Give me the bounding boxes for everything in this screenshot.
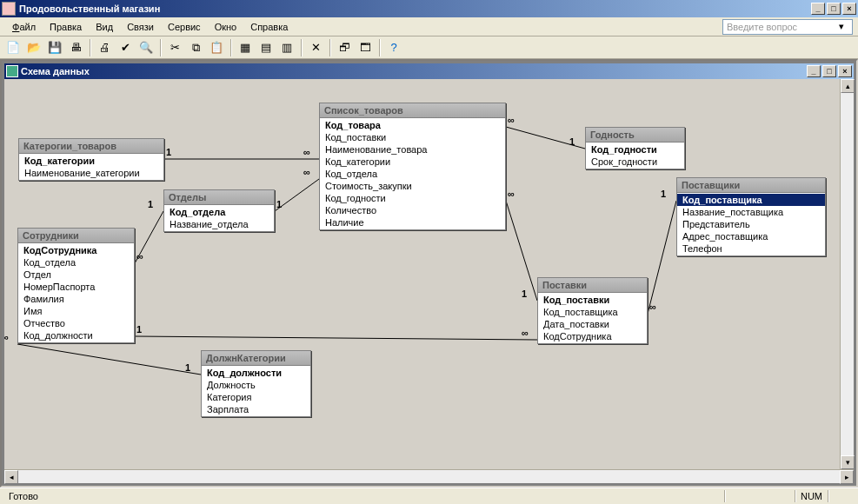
save-icon[interactable]: 💾: [45, 38, 64, 57]
scroll-up-button[interactable]: ▴: [841, 79, 855, 93]
table-categories[interactable]: Катерогии_товаровКод_категорииНаименован…: [18, 138, 164, 181]
vertical-scrollbar[interactable]: ▴ ▾: [840, 79, 854, 469]
field-Код_годности[interactable]: Код_годности: [586, 143, 684, 156]
search-icon[interactable]: 🔍: [136, 38, 156, 57]
field-Фамилия[interactable]: Фамилия: [18, 293, 134, 305]
table-supplies[interactable]: ПоставкиКод_поставкиКод_поставщикаДата_п…: [537, 277, 648, 344]
scroll-down-button[interactable]: ▾: [841, 455, 855, 469]
paste-icon[interactable]: 📋: [207, 38, 226, 57]
open-icon[interactable]: 📂: [24, 38, 43, 57]
table-header[interactable]: Поставщики: [677, 178, 825, 193]
show-all-icon[interactable]: ▥: [277, 38, 296, 57]
svg-line-6: [506, 201, 537, 301]
menu-relations[interactable]: Связи: [120, 19, 161, 35]
toolbar: 📄 📂 💾 🖶 🖨 ✔ 🔍 ✂ ⧉ 📋 ▦ ▤ ▥ ✕ 🗗 🗔 ?: [0, 36, 858, 59]
close-button[interactable]: ×: [842, 3, 856, 15]
field-Код_поставщика[interactable]: Код_поставщика: [538, 306, 647, 318]
menu-service[interactable]: Сервис: [161, 19, 208, 35]
table-employees[interactable]: СотрудникиКодСотрудникаКод_отделаОтделНо…: [17, 228, 135, 343]
field-Представитель[interactable]: Представитель: [677, 218, 825, 230]
field-Код_категории[interactable]: Код_категории: [320, 156, 505, 168]
field-НомерПаспорта[interactable]: НомерПаспорта: [18, 281, 134, 293]
child-minimize-button[interactable]: _: [807, 65, 821, 77]
svg-line-3: [135, 336, 537, 340]
field-Срок_годности[interactable]: Срок_годности: [586, 156, 684, 168]
field-Стоимость_закупки[interactable]: Стоимость_закупки: [320, 180, 505, 192]
field-Наименование_категории[interactable]: Наименование_категории: [19, 167, 163, 179]
field-Код_товара[interactable]: Код_товара: [320, 119, 505, 131]
table-header[interactable]: Отделы: [164, 190, 274, 205]
copy-icon[interactable]: ⧉: [186, 38, 205, 57]
field-Наименование_товара[interactable]: Наименование_товара: [320, 143, 505, 156]
cut-icon[interactable]: ✂: [165, 38, 184, 57]
help-question-combo[interactable]: Введите вопрос ▾: [722, 19, 853, 35]
new-icon[interactable]: 📄: [3, 38, 23, 57]
menu-file[interactable]: Файл: [5, 19, 43, 35]
field-Код_отдела[interactable]: Код_отдела: [320, 168, 505, 180]
child-close-button[interactable]: ×: [838, 65, 852, 77]
table-header[interactable]: Список_товаров: [320, 103, 505, 118]
table-header[interactable]: Сотрудники: [18, 229, 134, 243]
scroll-track-v[interactable]: [841, 93, 854, 455]
table-jobcat[interactable]: ДолжнКатегорииКод_должностиДолжностьКате…: [201, 350, 311, 417]
field-Телефон[interactable]: Телефон: [677, 242, 825, 255]
field-Дата_поставки[interactable]: Дата_поставки: [538, 318, 647, 330]
cardinality-label: 1: [522, 288, 527, 299]
table-header[interactable]: ДолжнКатегории: [202, 351, 310, 366]
menu-help[interactable]: Справка: [243, 19, 295, 35]
scroll-track[interactable]: [18, 470, 840, 483]
child-maximize-button[interactable]: □: [822, 65, 836, 77]
field-Зарплата[interactable]: Зарплата: [202, 403, 310, 415]
field-Код_должности[interactable]: Код_должности: [18, 329, 134, 342]
horizontal-scrollbar[interactable]: ◂ ▸: [4, 469, 854, 483]
table-header[interactable]: Годность: [586, 128, 684, 143]
child-titlebar: Схема данных _ □ ×: [4, 63, 854, 79]
schema-canvas[interactable]: Катерогии_товаровКод_категорииНаименован…: [4, 79, 854, 469]
scroll-right-button[interactable]: ▸: [840, 470, 854, 484]
field-Код_поставки[interactable]: Код_поставки: [320, 131, 505, 143]
help-icon[interactable]: ?: [384, 38, 403, 57]
spelling-icon[interactable]: ✔: [116, 38, 135, 57]
field-Код_отдела[interactable]: Код_отдела: [164, 206, 274, 218]
print-icon[interactable]: 🖶: [66, 38, 85, 57]
field-КодСотрудника[interactable]: КодСотрудника: [18, 244, 134, 256]
print-preview-icon[interactable]: 🖨: [95, 38, 114, 57]
maximize-button[interactable]: □: [827, 3, 841, 15]
table-header[interactable]: Поставки: [538, 278, 647, 293]
table-departments[interactable]: ОтделыКод_отделаНазвание_отдела: [163, 189, 275, 232]
table-products[interactable]: Список_товаровКод_товараКод_поставкиНаим…: [319, 103, 506, 230]
delete-icon[interactable]: ✕: [306, 38, 325, 57]
field-Количество[interactable]: Количество: [320, 204, 505, 216]
show-table-icon[interactable]: ▦: [236, 38, 255, 57]
cardinality-label: ∞: [508, 189, 515, 199]
menu-edit[interactable]: Правка: [43, 19, 89, 35]
table-validity[interactable]: ГодностьКод_годностиСрок_годности: [585, 127, 685, 169]
window-list-icon[interactable]: 🗗: [335, 38, 354, 57]
minimize-button[interactable]: _: [811, 3, 825, 15]
field-Категория[interactable]: Категория: [202, 391, 310, 403]
field-Адрес_поставщика[interactable]: Адрес_поставщика: [677, 230, 825, 242]
field-Название_поставщика[interactable]: Название_поставщика: [677, 206, 825, 218]
field-Отдел[interactable]: Отдел: [18, 269, 134, 281]
show-direct-icon[interactable]: ▤: [256, 38, 276, 57]
new-object-icon[interactable]: 🗔: [356, 38, 375, 57]
field-Код_должности[interactable]: Код_должности: [202, 367, 310, 379]
field-Название_отдела[interactable]: Название_отдела: [164, 218, 274, 230]
field-Код_поставки[interactable]: Код_поставки: [538, 294, 647, 306]
table-suppliers[interactable]: ПоставщикиКод_поставщикаНазвание_поставщ…: [676, 177, 826, 256]
field-Код_отдела[interactable]: Код_отдела: [18, 256, 134, 269]
menu-window[interactable]: Окно: [208, 19, 244, 35]
field-Должность[interactable]: Должность: [202, 379, 310, 391]
field-Имя[interactable]: Имя: [18, 305, 134, 317]
menu-view[interactable]: Вид: [89, 19, 120, 35]
table-header[interactable]: Катерогии_товаров: [19, 139, 163, 154]
field-Код_поставщика[interactable]: Код_поставщика: [677, 194, 825, 206]
scroll-left-button[interactable]: ◂: [4, 470, 18, 484]
field-Код_годности[interactable]: Код_годности: [320, 192, 505, 204]
help-question-placeholder: Введите вопрос: [727, 22, 797, 32]
field-Наличие[interactable]: Наличие: [320, 216, 505, 229]
field-Отчество[interactable]: Отчество: [18, 317, 134, 329]
cardinality-label: ∞: [508, 115, 515, 125]
field-Код_категории[interactable]: Код_категории: [19, 155, 163, 167]
field-КодСотрудника[interactable]: КодСотрудника: [538, 330, 647, 342]
